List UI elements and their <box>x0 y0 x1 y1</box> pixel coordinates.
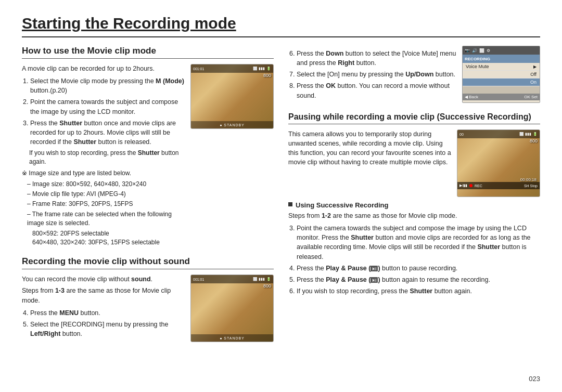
ws4-bold: MENU <box>59 309 79 317</box>
without-sound-title: Recording the movie clip without sound <box>22 256 274 269</box>
osd-arrow: ▶ <box>533 64 537 69</box>
osd-recording-bar: RECORDING <box>463 55 540 63</box>
movie-clip-steps: Select the Movie clip mode by pressing t… <box>22 76 185 147</box>
suc-step-4: Press the Play & Pause (⏯) button to pau… <box>297 264 540 273</box>
left-column: How to use the Movie clip mode A movie c… <box>22 46 274 351</box>
cam-icons2: ⬜ ▮▮▮ <box>253 277 265 281</box>
sound-bold: sound <box>131 276 151 283</box>
movie-clip-text: A movie clip can be recorded for up to 2… <box>22 64 185 247</box>
without-sound-steps: Press the MENU button. Select the [RECOR… <box>22 308 185 338</box>
sub-item-2: 640×480, 320×240: 30FPS, 15FPS selectabl… <box>32 238 185 247</box>
camera-screen-2 <box>191 275 273 342</box>
cam-bar-1: 001:01 ⬜ ▮▮▮ 🔋 <box>191 64 273 73</box>
camera-image-3: 00 ⬜ ▮▮▮ 🔋 800 00:00:18 ▶/▮▮ REC SH Stop <box>457 129 540 197</box>
osd-recording-label: RECORDING <box>465 57 490 61</box>
section-movie-clip: How to use the Movie clip mode A movie c… <box>22 46 274 247</box>
sub-item-1: 800×592: 20FPS selectable <box>32 229 185 238</box>
step-1: Select the Movie clip mode by pressing t… <box>30 76 185 95</box>
dash-item-1: Image size: 800×592, 640×480, 320×240 <box>27 180 185 189</box>
osd-row-voice-mute: Voice Mute ▶ <box>463 63 540 71</box>
cam-rec-bar: ▶/▮▮ REC SH Stop <box>457 182 540 189</box>
without-sound-steps-intro: Steps from 1-3 are the same as those for… <box>22 286 185 305</box>
osd-voice-mute-label: Voice Mute <box>466 64 489 69</box>
section-without-sound: Recording the movie clip without sound Y… <box>22 256 274 342</box>
without-sound-content: You can record the movie clip without so… <box>22 275 274 342</box>
successive-intro: This camera allows you to temporarily st… <box>288 129 452 167</box>
step-3: Press the Shutter button once and movie … <box>30 119 185 147</box>
dash-item-4: The frame rate can be selected when the … <box>27 210 185 228</box>
suc-step-5: Press the Play & Pause (⏯) button again … <box>297 275 540 284</box>
cam-time-text: 001:01 <box>193 67 204 71</box>
cam-time-text2: 001:01 <box>193 278 204 281</box>
suc3-bold2: Shutter <box>477 243 500 251</box>
osd-icons: 📷 🔊 ⬜ ⚙ <box>463 46 540 55</box>
step3-bold1: Shutter <box>59 120 82 127</box>
successive-title: Pausing while recording a movie clip (Su… <box>288 112 540 124</box>
dash-item-3: Frame Rate: 30FPS, 20FPS, 15FPS <box>27 200 185 208</box>
cam-800-3: 800 <box>530 138 538 143</box>
without-sound-intro: You can record the movie clip without so… <box>22 275 185 284</box>
dash-item-2: Movie clip file type: AVI (MPEG-4) <box>27 190 185 199</box>
osd-icon-gear: ⚙ <box>487 48 490 53</box>
camera-image-2: 001:01 ⬜ ▮▮▮ 🔋 800 ● STANDBY <box>190 275 274 342</box>
step-2: Point the camera towards the subject and… <box>30 97 185 116</box>
r-step-8: Press the OK button. You can record a mo… <box>297 81 457 100</box>
osd-area: Press the Down button to select the [Voi… <box>288 46 540 103</box>
osd-empty <box>463 86 540 94</box>
page-title: Starting the Recording mode <box>22 15 540 37</box>
osd-icon-camera: 📷 <box>465 48 470 53</box>
using-bullet-icon <box>288 202 292 206</box>
rec-label: REC <box>475 184 482 188</box>
ws-step-5: Select the [RECORDING] menu by pressing … <box>30 320 185 338</box>
play-pause-btn-icon2: ⏯ <box>371 277 378 283</box>
right-column: Press the Down button to select the [Voi… <box>288 46 540 351</box>
r6-bold1: Down <box>326 50 343 57</box>
successive-content: This camera allows you to temporarily st… <box>288 129 540 197</box>
cam-bar-2: 001:01 ⬜ ▮▮▮ 🔋 <box>191 275 273 283</box>
movie-clip-title: How to use the Movie clip mode <box>22 46 274 59</box>
osd-back: ◀ Back <box>465 95 478 99</box>
osd-off-value: Off <box>530 72 537 77</box>
cam-battery2: 🔋 <box>266 277 271 281</box>
using-bullet-container: Using Successive Recording <box>288 201 540 209</box>
cam-battery3: 🔋 <box>533 132 538 136</box>
suc6-bold: Shutter <box>410 288 432 295</box>
suc-step-3: Point the camera towards the subject and… <box>297 224 540 262</box>
ws-step-4: Press the MENU button. <box>30 308 185 318</box>
cam-800-2: 800 <box>263 283 271 289</box>
r7-bold: Up/Down <box>405 71 433 78</box>
movie-clip-intro: A movie clip can be recorded for up to 2… <box>22 64 185 73</box>
cam-icons3: ⬜ ▮▮▮ <box>519 132 531 136</box>
suc4-paren: ) <box>378 265 380 272</box>
section-without-sound-right: Press the Down button to select the [Voi… <box>288 46 540 103</box>
cam-standby-1: ● STANDBY <box>191 121 273 128</box>
camera-image-1: 001:01 ⬜ ▮▮▮ 🔋 800 ● STANDBY <box>190 64 274 129</box>
step3-continue: If you wish to stop recording, press the… <box>22 149 185 167</box>
right-steps: Press the Down button to select the [Voi… <box>288 49 457 100</box>
suc-step-6: If you wish to stop recording, press the… <box>297 286 540 296</box>
sub-items: 800×592: 20FPS selectable 640×480, 320×2… <box>22 229 185 247</box>
osd-bottom-bar: ◀ Back OK Set <box>463 94 540 100</box>
note-label: Image size and type are listed below. <box>22 169 185 178</box>
successive-steps-intro: Steps from 1-2 are the same as those for… <box>288 211 540 220</box>
rec-dot <box>469 184 472 187</box>
r6-bold2: Right <box>338 59 354 67</box>
without-sound-text: You can record the movie clip without so… <box>22 275 185 341</box>
cam-time-text3: 00 <box>459 133 464 136</box>
cam-timer: 00:00:18 <box>520 177 537 182</box>
osd-screen: 📷 🔊 ⬜ ⚙ RECORDING Voice Mute ▶ <box>462 46 540 103</box>
section-successive: Pausing while recording a movie clip (Su… <box>288 112 540 296</box>
suc5-paren: ) <box>378 276 380 283</box>
page-container: Starting the Recording mode How to use t… <box>0 0 562 392</box>
play-pause-icon: ▶/▮▮ <box>459 184 467 188</box>
osd-icon-square: ⬜ <box>479 48 484 53</box>
osd-ok-set: OK Set <box>524 95 538 99</box>
successive-text: This camera allows you to temporarily st… <box>288 129 452 169</box>
play-pause-btn-icon: ⏯ <box>371 266 378 271</box>
step3c-bold: Shutter <box>138 149 160 156</box>
osd-row-off: Off <box>463 71 540 79</box>
suc4-bold: Play & Pause ( <box>326 265 371 272</box>
cam-800: 800 <box>263 73 271 78</box>
cam-icons: ⬜ ▮▮▮ <box>253 67 265 71</box>
r-step-6: Press the Down button to select the [Voi… <box>297 49 457 68</box>
